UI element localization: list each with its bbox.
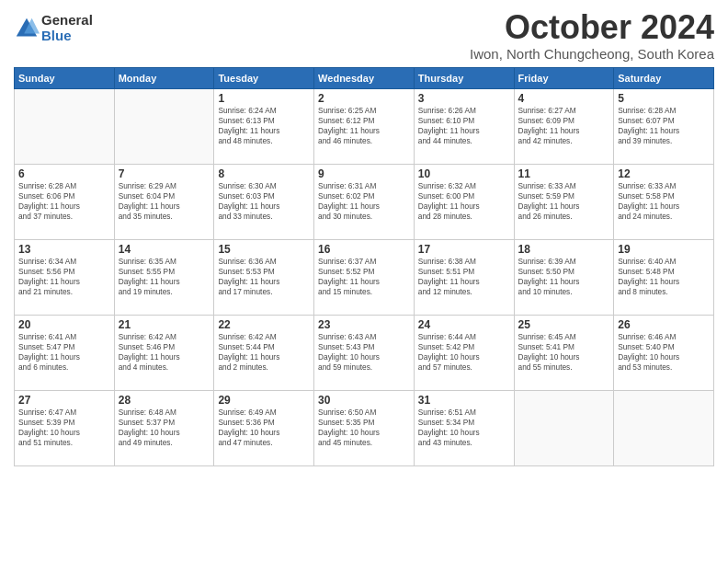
calendar-cell: 26Sunrise: 6:46 AMSunset: 5:40 PMDayligh…: [614, 315, 714, 390]
day-info: Sunrise: 6:45 AMSunset: 5:41 PMDaylight:…: [518, 332, 610, 373]
day-number: 25: [518, 318, 610, 331]
calendar-cell: 19Sunrise: 6:40 AMSunset: 5:48 PMDayligh…: [614, 239, 714, 315]
day-info: Sunrise: 6:25 AMSunset: 6:12 PMDaylight:…: [318, 106, 410, 147]
calendar-cell: 22Sunrise: 6:42 AMSunset: 5:44 PMDayligh…: [214, 315, 314, 390]
day-info: Sunrise: 6:46 AMSunset: 5:40 PMDaylight:…: [618, 332, 710, 373]
day-info: Sunrise: 6:33 AMSunset: 5:59 PMDaylight:…: [518, 181, 610, 223]
calendar-week-1: 1Sunrise: 6:24 AMSunset: 6:13 PMDaylight…: [15, 88, 714, 164]
day-number: 12: [618, 167, 710, 180]
calendar-cell: 16Sunrise: 6:37 AMSunset: 5:52 PMDayligh…: [314, 239, 415, 315]
page: General Blue October 2024 Iwon, North Ch…: [0, 0, 728, 563]
day-info: Sunrise: 6:29 AMSunset: 6:04 PMDaylight:…: [119, 181, 210, 223]
day-number: 31: [418, 394, 510, 407]
month-title: October 2024: [470, 9, 714, 46]
calendar-cell: 5Sunrise: 6:28 AMSunset: 6:07 PMDaylight…: [614, 88, 714, 164]
day-number: 23: [318, 318, 410, 331]
calendar-cell: 14Sunrise: 6:35 AMSunset: 5:55 PMDayligh…: [114, 239, 214, 315]
calendar-cell: 27Sunrise: 6:47 AMSunset: 5:39 PMDayligh…: [15, 390, 115, 465]
day-info: Sunrise: 6:26 AMSunset: 6:10 PMDaylight:…: [418, 106, 510, 147]
header-saturday: Saturday: [614, 67, 714, 88]
day-number: 27: [18, 394, 110, 407]
calendar-cell: 9Sunrise: 6:31 AMSunset: 6:02 PMDaylight…: [314, 164, 415, 239]
day-info: Sunrise: 6:33 AMSunset: 5:58 PMDaylight:…: [618, 181, 710, 223]
day-number: 20: [18, 318, 110, 331]
day-info: Sunrise: 6:38 AMSunset: 5:51 PMDaylight:…: [418, 257, 510, 298]
logo: General Blue: [14, 13, 93, 43]
header-sunday: Sunday: [15, 67, 115, 88]
day-number: 4: [518, 92, 610, 105]
day-info: Sunrise: 6:32 AMSunset: 6:00 PMDaylight:…: [418, 181, 510, 223]
subtitle: Iwon, North Chungcheong, South Korea: [470, 46, 714, 62]
day-info: Sunrise: 6:36 AMSunset: 5:53 PMDaylight:…: [218, 257, 310, 298]
calendar-week-3: 13Sunrise: 6:34 AMSunset: 5:56 PMDayligh…: [15, 239, 714, 315]
day-info: Sunrise: 6:34 AMSunset: 5:56 PMDaylight:…: [18, 257, 110, 298]
day-info: Sunrise: 6:42 AMSunset: 5:44 PMDaylight:…: [218, 332, 310, 373]
day-info: Sunrise: 6:30 AMSunset: 6:03 PMDaylight:…: [218, 181, 310, 223]
header-tuesday: Tuesday: [214, 67, 314, 88]
day-info: Sunrise: 6:47 AMSunset: 5:39 PMDaylight:…: [18, 408, 110, 449]
day-info: Sunrise: 6:49 AMSunset: 5:36 PMDaylight:…: [218, 408, 310, 449]
day-info: Sunrise: 6:41 AMSunset: 5:47 PMDaylight:…: [18, 332, 110, 373]
day-number: 9: [318, 167, 410, 180]
day-number: 18: [518, 243, 610, 256]
day-info: Sunrise: 6:24 AMSunset: 6:13 PMDaylight:…: [218, 106, 310, 147]
day-number: 5: [618, 92, 710, 105]
logo-icon: [14, 16, 40, 41]
calendar-cell: 3Sunrise: 6:26 AMSunset: 6:10 PMDaylight…: [414, 88, 514, 164]
day-number: 3: [418, 92, 510, 105]
header-thursday: Thursday: [414, 67, 514, 88]
day-number: 14: [119, 243, 210, 256]
day-info: Sunrise: 6:31 AMSunset: 6:02 PMDaylight:…: [318, 181, 410, 223]
calendar-cell: 30Sunrise: 6:50 AMSunset: 5:35 PMDayligh…: [314, 390, 415, 465]
day-number: 19: [618, 243, 710, 256]
header-friday: Friday: [514, 67, 614, 88]
day-info: Sunrise: 6:40 AMSunset: 5:48 PMDaylight:…: [618, 257, 710, 298]
calendar-cell: 18Sunrise: 6:39 AMSunset: 5:50 PMDayligh…: [514, 239, 614, 315]
day-number: 28: [119, 394, 210, 407]
calendar-week-2: 6Sunrise: 6:28 AMSunset: 6:06 PMDaylight…: [15, 164, 714, 239]
day-info: Sunrise: 6:44 AMSunset: 5:42 PMDaylight:…: [418, 332, 510, 373]
day-number: 24: [418, 318, 510, 331]
day-number: 22: [218, 318, 310, 331]
calendar-cell: 6Sunrise: 6:28 AMSunset: 6:06 PMDaylight…: [15, 164, 115, 239]
day-info: Sunrise: 6:39 AMSunset: 5:50 PMDaylight:…: [518, 257, 610, 298]
day-number: 30: [318, 394, 410, 407]
logo-general: General: [41, 13, 93, 29]
header-wednesday: Wednesday: [314, 67, 415, 88]
calendar-cell: 25Sunrise: 6:45 AMSunset: 5:41 PMDayligh…: [514, 315, 614, 390]
logo-text: General Blue: [41, 13, 93, 43]
calendar-cell: 17Sunrise: 6:38 AMSunset: 5:51 PMDayligh…: [414, 239, 514, 315]
day-number: 13: [18, 243, 110, 256]
calendar-cell: 24Sunrise: 6:44 AMSunset: 5:42 PMDayligh…: [414, 315, 514, 390]
day-number: 21: [119, 318, 210, 331]
day-info: Sunrise: 6:50 AMSunset: 5:35 PMDaylight:…: [318, 408, 410, 449]
calendar-cell: 7Sunrise: 6:29 AMSunset: 6:04 PMDaylight…: [114, 164, 214, 239]
calendar-cell: 10Sunrise: 6:32 AMSunset: 6:00 PMDayligh…: [414, 164, 514, 239]
day-info: Sunrise: 6:43 AMSunset: 5:43 PMDaylight:…: [318, 332, 410, 373]
calendar-table: Sunday Monday Tuesday Wednesday Thursday…: [14, 67, 714, 466]
day-info: Sunrise: 6:35 AMSunset: 5:55 PMDaylight:…: [119, 257, 210, 298]
header-monday: Monday: [114, 67, 214, 88]
day-info: Sunrise: 6:28 AMSunset: 6:07 PMDaylight:…: [618, 106, 710, 147]
calendar-cell: 21Sunrise: 6:42 AMSunset: 5:46 PMDayligh…: [114, 315, 214, 390]
calendar-week-5: 27Sunrise: 6:47 AMSunset: 5:39 PMDayligh…: [15, 390, 714, 465]
day-number: 17: [418, 243, 510, 256]
day-info: Sunrise: 6:27 AMSunset: 6:09 PMDaylight:…: [518, 106, 610, 147]
day-number: 29: [218, 394, 310, 407]
day-number: 1: [218, 92, 310, 105]
day-info: Sunrise: 6:28 AMSunset: 6:06 PMDaylight:…: [18, 181, 110, 223]
calendar-cell: 31Sunrise: 6:51 AMSunset: 5:34 PMDayligh…: [414, 390, 514, 465]
calendar-cell: 4Sunrise: 6:27 AMSunset: 6:09 PMDaylight…: [514, 88, 614, 164]
calendar-cell: 20Sunrise: 6:41 AMSunset: 5:47 PMDayligh…: [15, 315, 115, 390]
logo-blue: Blue: [41, 29, 93, 44]
day-number: 2: [318, 92, 410, 105]
day-info: Sunrise: 6:37 AMSunset: 5:52 PMDaylight:…: [318, 257, 410, 298]
day-info: Sunrise: 6:42 AMSunset: 5:46 PMDaylight:…: [119, 332, 210, 373]
day-number: 8: [218, 167, 310, 180]
calendar-cell: 13Sunrise: 6:34 AMSunset: 5:56 PMDayligh…: [15, 239, 115, 315]
calendar-cell: 23Sunrise: 6:43 AMSunset: 5:43 PMDayligh…: [314, 315, 415, 390]
day-number: 6: [18, 167, 110, 180]
calendar-cell: 29Sunrise: 6:49 AMSunset: 5:36 PMDayligh…: [214, 390, 314, 465]
day-number: 15: [218, 243, 310, 256]
calendar-cell: [614, 390, 714, 465]
